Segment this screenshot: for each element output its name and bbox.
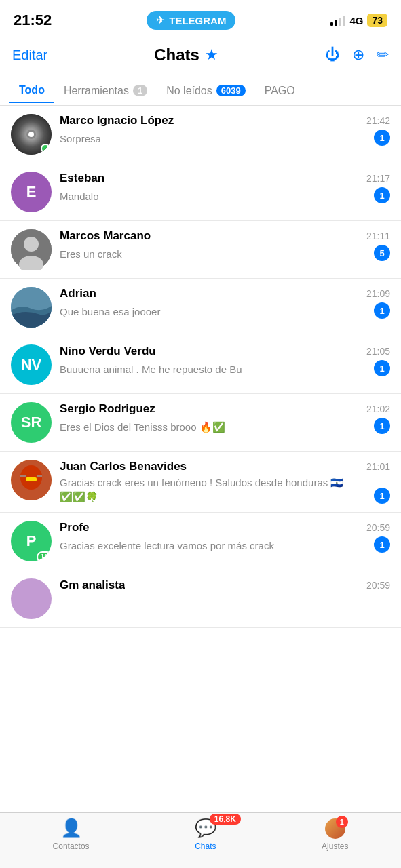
unread-badge: 1: [374, 536, 390, 553]
chat-name: Esteban: [60, 172, 104, 185]
edit-button[interactable]: Editar: [12, 47, 47, 63]
chat-name: Profe: [60, 521, 89, 534]
tab-chats[interactable]: 💬 16,8K Chats: [195, 818, 216, 851]
chat-name: Marco Ignacio López: [60, 114, 174, 127]
chat-bottom-row: Eres el Dios del Tenisss brooo 🔥✅ 1: [60, 418, 390, 434]
signal-bar-4: [343, 16, 345, 26]
tab-pago[interactable]: PAGO: [255, 79, 305, 102]
chat-time: 21:17: [366, 173, 390, 184]
chat-time: 21:11: [366, 231, 390, 241]
chat-preview: Gracias crack eres un fenómeno ! Saludos…: [60, 475, 368, 504]
chat-item[interactable]: Marcos Marcano 21:11 Eres un crack 5: [0, 221, 401, 279]
avatar: NV: [11, 344, 52, 385]
tab-chats-label: Chats: [195, 842, 216, 851]
chat-top-row: Sergio Rodriguez 21:02: [60, 402, 390, 416]
chat-preview: Buuuena animal . Me he repuesto de Bu: [60, 362, 368, 376]
power-icon[interactable]: ⏻: [325, 46, 340, 64]
compose-icon[interactable]: ✏: [377, 46, 389, 64]
signal-bar-3: [339, 18, 341, 26]
avatar: SR: [11, 402, 52, 443]
chat-preview: Sorpresa: [60, 132, 368, 146]
avatar: [11, 287, 52, 328]
svg-rect-9: [26, 481, 37, 488]
status-center: ✈ TELEGRAM: [147, 11, 235, 30]
chat-preview: Eres un crack: [60, 247, 368, 261]
chat-top-row: Adrian 21:09: [60, 287, 390, 300]
add-chat-icon[interactable]: ⊕: [352, 46, 364, 64]
svg-rect-7: [20, 473, 26, 480]
title-area: Chats ★: [154, 45, 218, 64]
chat-name: Sergio Rodriguez: [60, 402, 155, 416]
tab-herramientas-badge: 1: [133, 85, 147, 96]
chat-bottom-row: Mandalo 1: [60, 187, 390, 203]
chat-item[interactable]: P 1S Profe 20:59 Gracias excelente lectu…: [0, 513, 401, 570]
tab-contactos-label: Contactos: [53, 842, 90, 851]
status-time: 21:52: [14, 12, 52, 29]
unread-badge: 1: [374, 488, 390, 504]
chat-list: Marco Ignacio López 21:42 Sorpresa 1 E E…: [0, 106, 401, 628]
tab-todo[interactable]: Todo: [9, 79, 54, 103]
status-bar: 21:52 ✈ TELEGRAM 4G 73: [0, 0, 401, 37]
avatar: E: [11, 172, 52, 212]
chat-item[interactable]: NV Nino Verdu Verdu 21:05 Buuuena animal…: [0, 336, 401, 394]
telegram-plane-icon: ✈: [156, 14, 165, 26]
chat-bottom-row: Gracias crack eres un fenómeno ! Saludos…: [60, 475, 390, 504]
chat-bottom-row: Que buena esa joooer 1: [60, 302, 390, 319]
unread-badge: 5: [374, 245, 390, 261]
tab-contactos[interactable]: 👤 Contactos: [53, 818, 90, 851]
bottom-tabs: 👤 Contactos 💬 16,8K Chats 1 Ajustes: [0, 812, 401, 868]
tab-noleidos[interactable]: No leídos 6039: [157, 79, 255, 102]
unread-badge: 1: [374, 418, 390, 434]
network-type: 4G: [349, 15, 363, 26]
avatar: [11, 114, 52, 155]
chat-preview: Que buena esa joooer: [60, 304, 368, 319]
chat-content: Nino Verdu Verdu 21:05 Buuuena animal . …: [60, 344, 390, 376]
svg-rect-6: [26, 477, 37, 481]
chat-content: Marco Ignacio López 21:42 Sorpresa 1: [60, 114, 390, 146]
chat-time: 21:42: [366, 115, 390, 126]
tab-ajustes-label: Ajustes: [322, 842, 348, 851]
avatar: P 1S: [11, 521, 52, 561]
tab-noleidos-badge: 6039: [216, 85, 246, 96]
chat-content: Juan Carlos Benavides 21:01 Gracias crac…: [60, 460, 390, 504]
chat-bottom-row: Gracias excelente lectura vamos por más …: [60, 536, 390, 553]
chats-unread-badge: 16,8K: [210, 814, 241, 825]
chat-item[interactable]: Adrian 21:09 Que buena esa joooer 1: [0, 279, 401, 336]
avatar: [11, 229, 52, 270]
unread-badge: 1: [374, 360, 390, 376]
star-icon[interactable]: ★: [205, 46, 218, 64]
chat-item[interactable]: Gm analista 20:59: [0, 570, 401, 628]
chat-name: Juan Carlos Benavides: [60, 460, 187, 473]
avatar: [11, 578, 52, 619]
chat-time: 21:02: [366, 403, 390, 414]
svg-rect-8: [37, 473, 42, 480]
chat-bottom-row: Sorpresa 1: [60, 130, 390, 146]
signal-bar-1: [330, 22, 333, 26]
chat-time: 21:01: [366, 461, 390, 472]
nav-icons: ⏻ ⊕ ✏: [325, 46, 389, 64]
chat-name: Gm analista: [60, 578, 125, 592]
chat-content: Esteban 21:17 Mandalo 1: [60, 172, 390, 203]
tab-herramientas[interactable]: Herramientas 1: [54, 79, 157, 102]
tab-ajustes[interactable]: 1 Ajustes: [322, 818, 348, 851]
chat-item[interactable]: SR Sergio Rodriguez 21:02 Eres el Dios d…: [0, 394, 401, 452]
unread-badge: 1: [374, 187, 390, 203]
top-nav: Editar Chats ★ ⏻ ⊕ ✏: [0, 37, 401, 76]
chat-content: Marcos Marcano 21:11 Eres un crack 5: [60, 229, 390, 261]
unread-badge: 1: [374, 130, 390, 146]
chat-top-row: Profe 20:59: [60, 521, 390, 534]
unread-badge: 1: [374, 302, 390, 319]
chat-time: 21:09: [366, 288, 390, 299]
signal-bar-2: [335, 20, 337, 26]
chat-time: 21:05: [366, 346, 390, 357]
chat-item[interactable]: Juan Carlos Benavides 21:01 Gracias crac…: [0, 452, 401, 513]
avatar: [11, 460, 52, 500]
chat-name: Nino Verdu Verdu: [60, 344, 156, 358]
online-dot: [41, 144, 50, 153]
chat-top-row: Marcos Marcano 21:11: [60, 229, 390, 243]
status-right: 4G 73: [330, 14, 387, 27]
telegram-label: ✈ TELEGRAM: [147, 11, 235, 30]
chat-top-row: Juan Carlos Benavides 21:01: [60, 460, 390, 473]
chat-item[interactable]: E Esteban 21:17 Mandalo 1: [0, 163, 401, 221]
chat-item[interactable]: Marco Ignacio López 21:42 Sorpresa 1: [0, 106, 401, 163]
